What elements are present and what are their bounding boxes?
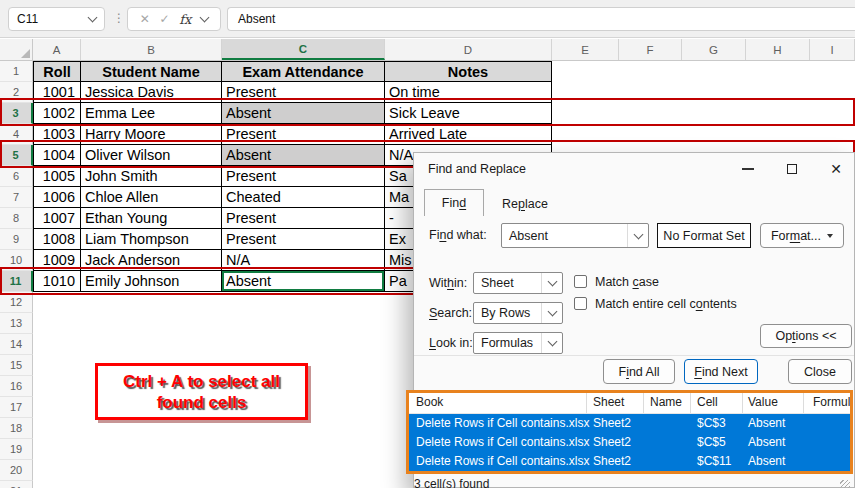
results-col-value[interactable]: Value [748,395,778,409]
cell-H2[interactable] [746,82,810,103]
cell-C13[interactable] [222,313,385,334]
find-next-button[interactable]: Find Next [684,359,758,384]
cell-A20[interactable] [33,460,81,481]
enter-icon[interactable]: ✓ [160,12,170,26]
cell-A8[interactable]: 1007 [33,208,81,229]
cell-A11[interactable]: 1010 [33,271,81,292]
cell-C5[interactable]: Absent [222,145,385,166]
cell-A5[interactable]: 1004 [33,145,81,166]
cell-A17[interactable] [33,397,81,418]
cell-G4[interactable] [682,124,746,145]
tab-find[interactable]: Find [424,189,484,216]
cell-A10[interactable]: 1009 [33,250,81,271]
row-header-17[interactable]: 17 [0,397,33,418]
row-header-8[interactable]: 8 [0,208,33,229]
cell-G3[interactable] [682,103,746,124]
close-button[interactable]: Close [788,359,852,384]
row-header-14[interactable]: 14 [0,334,33,355]
row-header-2[interactable]: 2 [0,82,33,103]
cell-E1[interactable] [552,61,619,82]
cell-B19[interactable] [81,439,222,460]
row-header-18[interactable]: 18 [0,418,33,439]
search-select[interactable]: By Rows [473,302,563,324]
cell-C10[interactable]: N/A [222,250,385,271]
name-box[interactable]: C11 [8,7,105,31]
cell-E4[interactable] [552,124,619,145]
cell-A3[interactable]: 1002 [33,103,81,124]
resize-grip[interactable] [840,480,850,488]
cell-C7[interactable]: Cheated [222,187,385,208]
cell-A1[interactable]: Roll [33,61,81,82]
row-header-4[interactable]: 4 [0,124,33,145]
column-header-B[interactable]: B [81,39,222,60]
look-in-select[interactable]: Formulas [473,332,563,354]
cell-B10[interactable]: Jack Anderson [81,250,222,271]
row-header-5[interactable]: 5 [0,145,33,166]
cell-A19[interactable] [33,439,81,460]
row-header-21[interactable]: 21 [0,481,33,488]
cell-C4[interactable]: Present [222,124,385,145]
cell-A12[interactable] [33,292,81,313]
cell-I2[interactable] [810,82,855,103]
cell-D2[interactable]: On time [385,82,552,103]
cancel-icon[interactable]: ✕ [140,12,150,26]
cell-B1[interactable]: Student Name [81,61,222,82]
column-header-F[interactable]: F [619,39,682,60]
row-header-16[interactable]: 16 [0,376,33,397]
options-button[interactable]: Options << [760,324,852,348]
cell-F3[interactable] [619,103,682,124]
cell-B13[interactable] [81,313,222,334]
cell-C2[interactable]: Present [222,82,385,103]
cell-G1[interactable] [682,61,746,82]
results-col-name[interactable]: Name [650,395,682,409]
cell-A18[interactable] [33,418,81,439]
cell-F2[interactable] [619,82,682,103]
chevron-down-icon[interactable] [200,13,210,23]
cell-C11[interactable]: Absent [222,271,385,292]
cell-C21[interactable] [222,481,385,488]
match-entire-checkbox[interactable] [574,297,587,310]
cell-E3[interactable] [552,103,619,124]
cell-B2[interactable]: Jessica Davis [81,82,222,103]
cell-B12[interactable] [81,292,222,313]
row-header-11[interactable]: 11 [0,271,33,292]
cell-D3[interactable]: Sick Leave [385,103,552,124]
cell-A13[interactable] [33,313,81,334]
column-header-H[interactable]: H [746,39,810,60]
row-header-3[interactable]: 3 [0,103,33,124]
tab-replace[interactable]: Replace [488,192,562,216]
maximize-icon[interactable] [787,164,797,174]
cell-H4[interactable] [746,124,810,145]
results-col-formula[interactable]: Formula [813,395,853,409]
cell-C19[interactable] [222,439,385,460]
results-col-book[interactable]: Book [416,395,443,409]
cell-A9[interactable]: 1008 [33,229,81,250]
column-header-E[interactable]: E [552,39,619,60]
minimize-icon[interactable] [742,168,754,170]
results-col-cell[interactable]: Cell [697,395,718,409]
row-header-13[interactable]: 13 [0,313,33,334]
row-header-20[interactable]: 20 [0,460,33,481]
cell-C12[interactable] [222,292,385,313]
find-all-button[interactable]: Find All [603,359,675,384]
cell-C6[interactable]: Present [222,166,385,187]
column-header-C[interactable]: C [222,39,385,60]
cell-B14[interactable] [81,334,222,355]
cell-B7[interactable]: Chloe Allen [81,187,222,208]
chevron-down-icon[interactable] [88,13,98,23]
column-header-A[interactable]: A [33,39,81,60]
within-select[interactable]: Sheet [473,272,563,294]
cell-A7[interactable]: 1006 [33,187,81,208]
cell-H3[interactable] [746,103,810,124]
cell-B8[interactable]: Ethan Young [81,208,222,229]
cell-B6[interactable]: John Smith [81,166,222,187]
cell-A21[interactable] [33,481,81,488]
column-header-I[interactable]: I [810,39,855,60]
close-icon[interactable]: ✕ [830,162,842,176]
cell-B11[interactable]: Emily Johnson [81,271,222,292]
cell-G2[interactable] [682,82,746,103]
find-what-combo[interactable]: Absent [501,223,649,248]
select-all-corner[interactable] [0,39,33,60]
row-header-15[interactable]: 15 [0,355,33,376]
cell-C9[interactable]: Present [222,229,385,250]
